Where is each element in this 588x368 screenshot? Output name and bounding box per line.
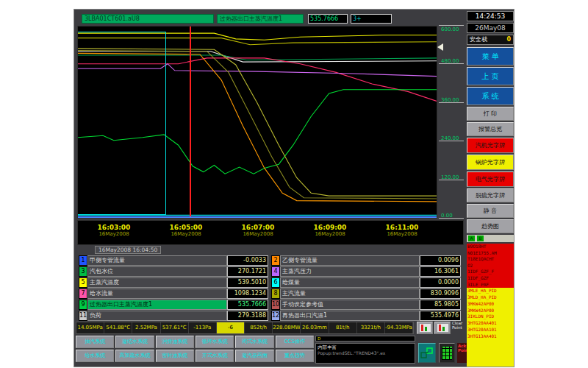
alarm-tag[interactable]: 3HTG20AA401 [467,320,514,327]
legend-label: 主汽流量 [280,289,420,299]
trend-tag-field[interactable]: 3LBA01CT601.aU8 [82,14,214,24]
system-screen-button[interactable]: 润滑油系统 [156,336,194,348]
legend-row[interactable]: 8主汽流量830.9096 [271,289,461,299]
legend-row[interactable]: 1甲侧专管流量-0.0033 [79,255,268,266]
command-console[interactable]: 内部丰富 Popup:trendSEL."TREND43".ex [315,343,415,364]
grid-icon [442,347,452,360]
grid-icon-button[interactable] [439,343,455,363]
link-icon-button[interactable] [418,343,436,363]
legend-row[interactable]: 3汽包水位270.1721 [79,266,268,277]
x-axis-label: 16:11:0016May2008 [386,224,419,237]
time-cursor[interactable] [190,26,191,218]
sidebar-button[interactable]: 电气光字牌 [467,171,514,187]
y-axis-label: 480.00 [441,58,459,64]
x-axis-date: 16May2008 [170,231,203,237]
system-screen-button[interactable]: 凝汽器画面 [235,350,273,362]
legend-label: 汽包水位 [87,266,227,277]
alarm-tag[interactable]: 3MLD_HA_PID [467,294,514,301]
system-screen-button[interactable]: 凝结水系统 [115,336,154,348]
sidebar-buttons: 菜 单上 页系 统打 印报警总览汽机光字牌锅炉光字牌电气光字牌脱硫光字牌静 音趋… [467,47,514,235]
sidebar: 14:24:53 26May08 安全栈 0 菜 单上 页系 统打 印报警总览汽… [467,11,514,367]
legend-row[interactable]: 2乙侧专管流量0.0096 [271,255,461,266]
x-axis-label: 16:09:0016May2008 [314,224,347,237]
x-axis: 16:03:0016May200816:05:0016May200816:07:… [77,220,464,245]
command-input[interactable]: D [315,336,415,342]
y-axis-scale: 600.00480.00360.00240.00120.000.00 [439,26,464,219]
alarm-tag[interactable]: 3IKLDN_PID [467,314,514,320]
alarm-tag[interactable]: O2 [467,263,514,269]
sidebar-button[interactable]: 上 页 [467,67,514,85]
alarm-tag[interactable]: 3HTG13AA401 [467,333,514,340]
legend-row[interactable]: 12再热器出口汽温1535.4976 [271,311,461,321]
ack-point-button[interactable]: Ack Point [457,343,467,363]
alarm-tag[interactable]: 3MKW42AP00 [467,301,514,308]
status-value: 541.88°C [104,322,132,333]
safety-stack-label: 安全栈 [470,35,487,44]
alarm-tag[interactable]: 3MKW42AP00 [467,308,514,314]
trend-mode-icon [437,324,448,332]
selection-box-cursor[interactable] [78,32,166,216]
sidebar-button[interactable]: 报警总览 [467,122,514,136]
legend-row[interactable]: 5主蒸汽温度539.5010 [79,277,268,288]
sidebar-button[interactable]: 静 音 [467,204,514,218]
status-bar: 14.05MPa541.88°C2.52MPa537.61°C-113Pa-68… [76,322,414,334]
system-screen-button[interactable]: 重点趋势 [276,350,314,362]
sidebar-button[interactable]: 菜 单 [467,47,514,66]
y-axis-tick [439,25,464,26]
sidebar-button[interactable]: 锅炉光字牌 [467,155,514,170]
legend-row[interactable]: 4主蒸汽压力16.3061 [271,266,461,277]
x-axis-date: 16May2008 [242,231,275,237]
x-axis-label: 16:05:0016May2008 [170,224,203,237]
alarm-list-red[interactable]: B9O18HTN01E1755.AMT18E1QACHTO21IDF_GZF_F… [467,244,514,288]
alarm-list-yellow[interactable]: 3MLE_HA_PID3MLD_HA_PID3MKW42AP003MKW42AP… [467,288,514,367]
legend-color-chip: 4 [271,266,280,277]
sidebar-button[interactable]: 脱硫光字牌 [467,188,514,202]
legend-row[interactable]: 10手动设定参考值85.9805 [271,300,461,310]
legend-column-right: 2乙侧专管流量0.00964主蒸汽压力16.30616给煤量0.00008主汽流… [271,255,461,322]
legend-row[interactable]: 9过热器出口主蒸汽温度1535.7666 [79,300,268,310]
alarm-tag[interactable]: 1IDF_GZF [467,275,514,282]
sidebar-button[interactable]: 汽机光字牌 [467,138,514,153]
legend-label: 手动设定参考值 [280,300,420,310]
clear-point-button[interactable]: Clear Point [452,321,467,330]
system-screen-button[interactable]: 给水系统 [76,350,114,362]
alarm-tag[interactable]: 1IDF_GZF_F [467,269,514,275]
system-screen-button[interactable]: 高加疏水系统 [115,350,154,362]
alarm-tag[interactable]: 3HTG20AA101 [467,327,514,333]
legend-row[interactable]: 7给水流量1098.1234 [79,289,268,299]
system-screen-button[interactable]: CCS操作 [276,336,314,348]
sidebar-button[interactable]: 趋势图 [467,219,514,233]
trend-mode-button-2[interactable] [434,322,451,334]
trend-plot[interactable] [77,26,437,219]
system-screen-button[interactable]: 抽汽系统 [76,336,114,348]
legend-color-chip: 7 [79,289,87,299]
legend-value: 0.0096 [420,255,461,266]
legend-row[interactable]: 6给煤量0.0000 [271,277,461,288]
alarm-tag[interactable]: N01E1755.AM [467,250,514,257]
legend-label: 过热器出口主蒸汽温度1 [87,300,227,310]
system-screen-button[interactable]: 循环水系统 [196,336,234,348]
value-marker-triangle[interactable] [437,43,443,51]
alarm-tag[interactable]: 3ILE_PAF [467,282,514,289]
legend-row[interactable]: 11负荷279.3188 [79,311,268,321]
sidebar-button[interactable]: 系 统 [467,87,514,105]
legend-value: 1098.1234 [227,289,268,299]
trend-name-field[interactable]: 过热器出口主蒸汽温度1 [217,14,304,24]
legend-color-chip: 11 [79,311,87,321]
alarm-tag[interactable]: 3MLE_HA_PID [467,288,514,294]
trend-mode-icon [420,324,431,332]
sidebar-button[interactable]: 打 印 [467,107,514,121]
status-value: 81t/h [329,322,357,333]
alarm-tag[interactable]: B9O18HT [467,244,514,250]
legend-color-chip: 6 [271,277,280,288]
system-screen-button[interactable]: 闭式水系统 [235,336,273,348]
legend-label: 主蒸汽温度 [87,277,227,288]
cursor-select-field[interactable]: 3+ [351,14,392,24]
y-axis-label: 600.00 [441,26,459,32]
system-screen-button[interactable]: 开式水系统 [196,350,234,362]
trend-mode-button-1[interactable] [417,322,433,334]
x-axis-date: 16May2008 [314,231,347,237]
system-screen-button[interactable]: 密封油系统 [156,350,194,362]
x-axis-line [78,216,437,218]
alarm-tag[interactable]: T18E1QACHT [467,256,514,263]
